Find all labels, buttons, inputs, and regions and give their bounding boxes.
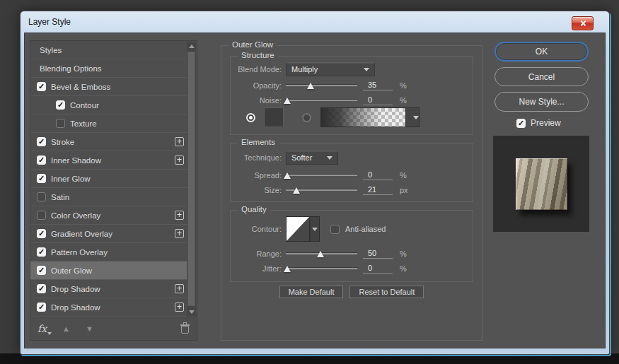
size-unit: px bbox=[400, 186, 408, 194]
sidebar-item-bevel-emboss[interactable]: Bevel & Emboss bbox=[30, 78, 187, 96]
sidebar-item-styles[interactable]: Styles bbox=[30, 41, 187, 59]
gradient-fill-radio[interactable] bbox=[302, 113, 311, 122]
sidebar-item-color-overlay[interactable]: Color Overlay+ bbox=[30, 206, 187, 225]
duplicate-effect-icon[interactable]: + bbox=[175, 303, 184, 312]
sidebar-item-drop-shadow[interactable]: Drop Shadow+ bbox=[30, 280, 187, 298]
opacity-label: Opacity: bbox=[236, 81, 282, 90]
duplicate-effect-icon[interactable]: + bbox=[175, 155, 184, 165]
style-checkbox[interactable] bbox=[37, 82, 46, 91]
style-checkbox[interactable] bbox=[37, 229, 46, 238]
range-slider-thumb[interactable] bbox=[317, 251, 324, 257]
blend-mode-row: Blend Mode: Multiply bbox=[236, 62, 467, 76]
duplicate-effect-icon[interactable]: + bbox=[175, 137, 184, 146]
size-slider-thumb[interactable] bbox=[293, 187, 300, 194]
panel-title: Outer Glow bbox=[228, 40, 277, 49]
layer-style-dialog: Layer Style StylesBlending OptionsBevel … bbox=[20, 11, 610, 355]
duplicate-effect-icon[interactable]: + bbox=[175, 284, 184, 293]
spread-slider[interactable] bbox=[286, 170, 357, 180]
duplicate-effect-icon[interactable]: + bbox=[175, 229, 184, 238]
style-checkbox[interactable] bbox=[37, 137, 46, 146]
style-checkbox[interactable] bbox=[37, 174, 46, 183]
ok-button[interactable]: OK bbox=[494, 42, 589, 61]
technique-select[interactable]: Softer bbox=[286, 151, 338, 165]
move-effect-down-button[interactable]: ▼ bbox=[86, 324, 93, 333]
move-effect-up-button[interactable]: ▲ bbox=[62, 324, 70, 333]
range-slider[interactable] bbox=[286, 249, 357, 259]
sidebar-item-stroke[interactable]: Stroke+ bbox=[30, 133, 187, 151]
style-checkbox[interactable] bbox=[37, 284, 46, 293]
scroll-down-icon[interactable] bbox=[187, 307, 196, 316]
jitter-slider[interactable] bbox=[286, 264, 357, 274]
blend-mode-select[interactable]: Multiply bbox=[286, 62, 375, 76]
sidebar-item-satin[interactable]: Satin bbox=[30, 188, 187, 206]
fx-menu-button[interactable]: fx bbox=[37, 323, 47, 334]
size-slider[interactable] bbox=[286, 185, 357, 195]
sidebar-item-blending-options[interactable]: Blending Options bbox=[30, 59, 187, 78]
color-fill-radio[interactable] bbox=[246, 113, 255, 122]
jitter-value-field[interactable]: 0 bbox=[363, 264, 393, 274]
opacity-unit: % bbox=[400, 81, 407, 90]
style-checkbox[interactable] bbox=[37, 303, 46, 312]
sidebar-item-texture[interactable]: Texture bbox=[30, 115, 187, 133]
noise-value-field[interactable]: 0 bbox=[363, 95, 393, 105]
style-list: StylesBlending OptionsBevel & EmbossCont… bbox=[30, 41, 187, 317]
opacity-value-field[interactable]: 35 bbox=[363, 81, 393, 90]
style-checkbox[interactable] bbox=[37, 192, 46, 201]
gradient-picker[interactable] bbox=[320, 107, 420, 127]
close-button[interactable] bbox=[572, 16, 594, 30]
quality-legend: Quality bbox=[238, 205, 270, 213]
jitter-row: Jitter: 0 % bbox=[236, 262, 467, 276]
chevron-down-icon bbox=[312, 228, 318, 231]
jitter-slider-thumb[interactable] bbox=[284, 266, 291, 272]
preview-checkbox[interactable] bbox=[516, 119, 526, 128]
contour-thumbnail[interactable] bbox=[286, 216, 310, 242]
spread-slider-thumb[interactable] bbox=[284, 172, 291, 179]
style-preview-thumbnail bbox=[516, 158, 567, 210]
style-checkbox[interactable] bbox=[37, 266, 46, 275]
style-checkbox[interactable] bbox=[37, 155, 46, 165]
outer-glow-panel: Outer Glow Structure Blend Mode: Multipl… bbox=[221, 45, 482, 341]
new-style-button[interactable]: New Style... bbox=[494, 92, 589, 112]
gradient-preview[interactable] bbox=[320, 107, 406, 127]
scrollbar-thumb[interactable] bbox=[187, 52, 195, 306]
contour-row: Contour: Anti-aliased bbox=[236, 216, 467, 242]
sidebar-item-drop-shadow[interactable]: Drop Shadow+ bbox=[30, 298, 187, 317]
contour-picker[interactable] bbox=[286, 216, 320, 242]
opacity-slider-thumb[interactable] bbox=[307, 83, 314, 89]
anti-aliased-checkbox[interactable] bbox=[330, 225, 340, 234]
sidebar-item-outer-glow[interactable]: Outer Glow bbox=[30, 262, 187, 280]
size-value-field[interactable]: 21 bbox=[363, 185, 393, 195]
spread-value-field[interactable]: 0 bbox=[363, 170, 393, 180]
contour-dropdown-button[interactable] bbox=[310, 216, 320, 242]
gradient-dropdown-button[interactable] bbox=[406, 107, 420, 127]
cancel-button[interactable]: Cancel bbox=[494, 67, 589, 86]
opacity-slider[interactable] bbox=[286, 81, 357, 90]
range-value-field[interactable]: 50 bbox=[363, 249, 393, 259]
scroll-up-icon[interactable] bbox=[187, 42, 196, 51]
sidebar-item-contour[interactable]: Contour bbox=[30, 96, 187, 115]
make-default-button[interactable]: Make Default bbox=[279, 286, 344, 298]
sidebar-scrollbar[interactable] bbox=[187, 42, 196, 316]
style-checkbox[interactable] bbox=[37, 211, 46, 220]
sidebar-item-gradient-overlay[interactable]: Gradient Overlay+ bbox=[30, 225, 187, 243]
style-checkbox[interactable] bbox=[56, 100, 65, 110]
sidebar-item-inner-glow[interactable]: Inner Glow bbox=[30, 170, 187, 188]
chevron-down-icon bbox=[327, 156, 332, 160]
duplicate-effect-icon[interactable]: + bbox=[175, 211, 184, 220]
titlebar[interactable]: Layer Style bbox=[21, 11, 609, 33]
sidebar-item-pattern-overlay[interactable]: Pattern Overlay bbox=[30, 243, 187, 262]
glow-color-swatch[interactable] bbox=[264, 107, 284, 127]
noise-slider-thumb[interactable] bbox=[284, 98, 291, 104]
noise-slider[interactable] bbox=[286, 95, 357, 105]
delete-effect-button[interactable] bbox=[180, 324, 190, 334]
jitter-unit: % bbox=[400, 264, 407, 273]
spread-label: Spread: bbox=[236, 171, 282, 180]
style-checkbox[interactable] bbox=[56, 119, 65, 128]
style-checkbox[interactable] bbox=[37, 247, 46, 257]
range-row: Range: 50 % bbox=[236, 247, 467, 261]
anti-aliased-label: Anti-aliased bbox=[345, 225, 386, 233]
close-icon bbox=[579, 20, 586, 27]
reset-to-default-button[interactable]: Reset to Default bbox=[349, 286, 424, 298]
sidebar-item-inner-shadow[interactable]: Inner Shadow+ bbox=[30, 151, 187, 170]
spread-unit: % bbox=[400, 171, 407, 180]
